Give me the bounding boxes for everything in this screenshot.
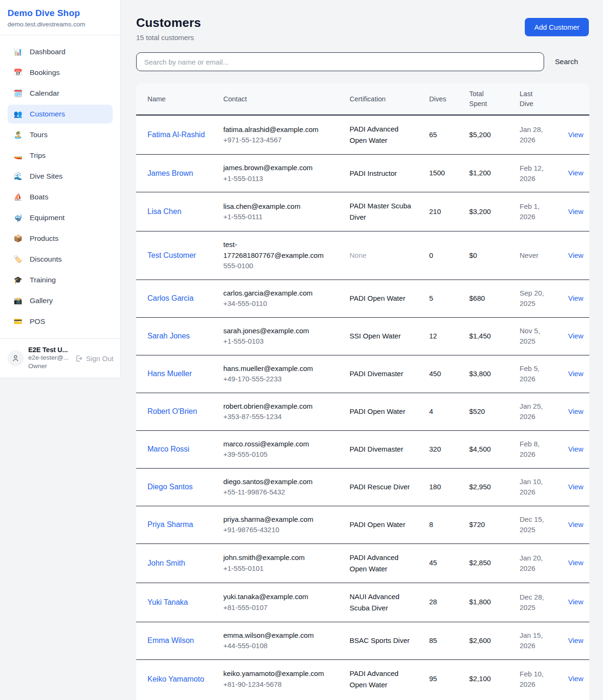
total-spent-cell: $1,450 [462, 323, 512, 350]
add-customer-button[interactable]: Add Customer [525, 18, 589, 36]
view-link[interactable]: View [563, 589, 589, 616]
sidebar-item-calendar[interactable]: 🗓️ Calendar [8, 84, 113, 103]
sidebar-item-label: Bookings [30, 68, 60, 77]
sidebar-item-trips[interactable]: 🚤 Trips [8, 146, 113, 165]
customer-name-link[interactable]: Fatima Al-Rashid [136, 121, 216, 148]
dives-cell: 320 [422, 436, 462, 463]
sidebar-item-label: Calendar [30, 89, 59, 98]
customer-name-link[interactable]: Lisa Chen [136, 198, 216, 225]
calendar-icon: 🗓️ [13, 89, 23, 98]
sidebar-item-dashboard[interactable]: 📊 Dashboard [8, 42, 113, 61]
view-link[interactable]: View [563, 323, 589, 350]
customer-name-link[interactable]: John Smith [136, 550, 216, 577]
brand-name: Demo Dive Shop [8, 8, 113, 18]
customer-name-link[interactable]: Sarah Jones [136, 322, 216, 350]
sidebar-item-bookings[interactable]: 📅 Bookings [8, 63, 113, 82]
last-dive-cell: Dec 28, 2025 [512, 584, 563, 621]
sidebar-item-dive-sites[interactable]: 🌊 Dive Sites [8, 167, 113, 186]
view-link[interactable]: View [563, 122, 589, 148]
sidebar-item-pos[interactable]: 💳 POS [8, 312, 113, 331]
sidebar-item-label: Discounts [30, 255, 62, 264]
sidebar-item-boats[interactable]: ⛵ Boats [8, 188, 113, 206]
certification-cell: PADI Divemaster [342, 360, 422, 387]
column-header-dives: Dives [422, 83, 462, 115]
contact-cell: keiko.yamamoto@example.com +81-90-1234-5… [216, 660, 342, 698]
last-dive-cell: Feb 1, 2026 [512, 193, 563, 230]
view-link[interactable]: View [563, 436, 589, 463]
total-spent-cell: $0 [462, 242, 512, 269]
sidebar-item-customers[interactable]: 👥 Customers [8, 105, 113, 124]
customer-name-link[interactable]: Marco Rossi [136, 436, 216, 463]
sign-out-icon [75, 354, 83, 362]
search-input[interactable] [136, 52, 544, 71]
column-header-certification: Certification [342, 83, 422, 115]
view-link[interactable]: View [563, 511, 589, 538]
view-link[interactable]: View [563, 285, 589, 312]
last-dive-cell: Nov 5, 2025 [512, 318, 563, 354]
sidebar-item-label: Dive Sites [30, 172, 63, 181]
user-name: E2E Test U... [28, 346, 69, 354]
dives-cell: 65 [422, 122, 462, 148]
sidebar-item-equipment[interactable]: 🤿 Equipment [8, 208, 113, 227]
customer-name-link[interactable]: Hans Mueller [136, 360, 216, 387]
sidebar-item-label: Equipment [30, 214, 65, 222]
view-link[interactable]: View [563, 627, 589, 654]
sidebar-item-products[interactable]: 📦 Products [8, 229, 113, 248]
customer-phone: +1-555-0111 [223, 212, 334, 222]
customer-name-link[interactable]: Diego Santos [136, 473, 216, 501]
total-spent-cell: $680 [462, 285, 512, 312]
pos-icon: 💳 [13, 317, 23, 326]
sidebar-item-label: Trips [30, 151, 46, 160]
last-dive-cell: Jan 15, 2026 [512, 622, 563, 659]
view-link[interactable]: View [563, 198, 589, 225]
customer-phone: +1-555-0101 [223, 563, 334, 574]
customer-name-link[interactable]: Priya Sharma [136, 511, 216, 538]
search-bar: Search [136, 52, 589, 71]
contact-cell: priya.sharma@example.com +91-98765-43210 [216, 506, 342, 544]
customer-name-link[interactable]: Robert O'Brien [136, 398, 216, 425]
customer-email: diego.santos@example.com [223, 477, 334, 487]
dive-sites-icon: 🌊 [13, 172, 23, 181]
customer-email: marco.rossi@example.com [223, 439, 334, 450]
customer-name-link[interactable]: Carlos Garcia [136, 285, 216, 312]
view-link[interactable]: View [563, 398, 589, 425]
view-link[interactable]: View [563, 550, 589, 576]
table-row: Lisa Chen lisa.chen@example.com +1-555-0… [136, 192, 589, 231]
view-link[interactable]: View [563, 361, 589, 387]
dives-cell: 8 [422, 511, 462, 538]
customer-phone: 555-0100 [223, 261, 334, 272]
view-link[interactable]: View [563, 666, 589, 692]
search-button[interactable]: Search [544, 54, 589, 70]
view-link[interactable]: View [563, 242, 589, 269]
last-dive-cell: Dec 15, 2025 [512, 506, 563, 543]
certification-cell: PADI Open Water [342, 398, 422, 425]
brand-domain: demo.test.divestreams.com [8, 21, 113, 28]
customer-name-link[interactable]: Keiko Yamamoto [136, 666, 216, 693]
customer-phone: +49-170-555-2233 [223, 374, 334, 385]
sidebar-item-label: POS [30, 317, 45, 326]
customer-phone: +91-98765-43210 [223, 525, 334, 535]
sidebar-item-training[interactable]: 🎓 Training [8, 271, 113, 289]
customer-email: carlos.garcia@example.com [223, 288, 334, 299]
sign-out-button[interactable]: Sign Out [75, 354, 114, 362]
column-header-actions [563, 83, 589, 115]
customer-name-link[interactable]: Emma Wilson [136, 627, 216, 654]
customer-name-link[interactable]: James Brown [136, 160, 216, 187]
avatar [8, 350, 24, 366]
dives-cell: 210 [422, 198, 462, 225]
customer-name-link[interactable]: Test Customer [136, 242, 216, 269]
sidebar-item-tours[interactable]: 🏝️ Tours [8, 125, 113, 144]
training-icon: 🎓 [13, 276, 23, 284]
customer-phone: +353-87-555-1234 [223, 412, 334, 422]
customer-phone: +971-55-123-4567 [223, 135, 334, 146]
sidebar-item-label: Products [30, 234, 58, 243]
dives-cell: 85 [422, 627, 462, 654]
view-link[interactable]: View [563, 160, 589, 187]
user-meta: E2E Test U... e2e-tester@... Owner [28, 346, 69, 371]
sidebar-item-discounts[interactable]: 🏷️ Discounts [8, 250, 113, 269]
view-link[interactable]: View [563, 474, 589, 501]
customer-name-link[interactable]: Yuki Tanaka [136, 589, 216, 616]
sidebar-item-gallery[interactable]: 📸 Gallery [8, 291, 113, 310]
total-spent-cell: $720 [462, 511, 512, 538]
certification-cell: PADI Rescue Diver [342, 473, 422, 501]
